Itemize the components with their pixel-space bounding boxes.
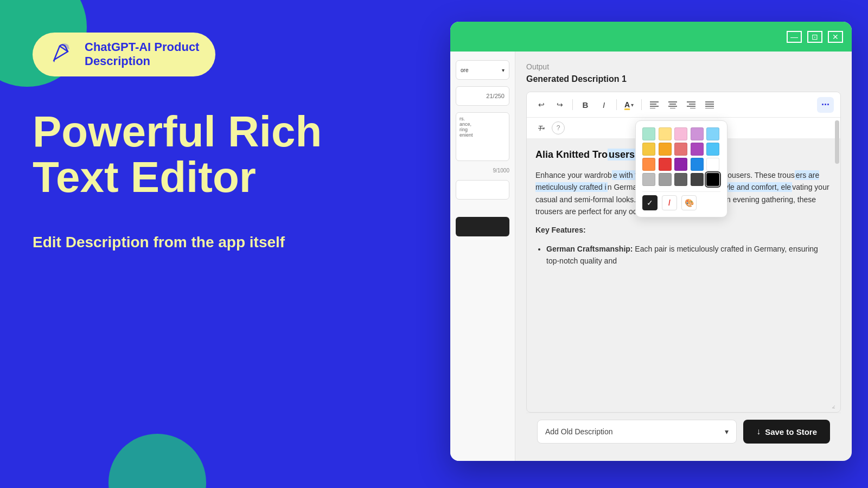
align-left-button[interactable] bbox=[646, 97, 662, 113]
bold-button[interactable]: B bbox=[577, 97, 593, 113]
form-input-field[interactable] bbox=[456, 180, 509, 200]
color-swatch-black[interactable] bbox=[706, 173, 719, 186]
highlighted-text: users bbox=[608, 149, 636, 160]
output-description-title: Generated Description 1 bbox=[526, 74, 841, 84]
color-actions: ✓ / 🎨 bbox=[642, 191, 720, 210]
headline: Powerful Rich Text Editor bbox=[33, 109, 369, 200]
color-swatch-red[interactable] bbox=[659, 158, 672, 171]
output-label: Output bbox=[526, 62, 841, 71]
color-swatch-yellow-light[interactable] bbox=[659, 127, 672, 140]
form-generate-button[interactable] bbox=[456, 217, 509, 236]
dropdown-chevron-icon: ▾ bbox=[725, 427, 729, 436]
color-swatch-gray-light[interactable] bbox=[642, 173, 655, 186]
more-options-button[interactable]: ··· bbox=[817, 97, 834, 113]
logo-text: ChatGPT-AI Product Description bbox=[85, 40, 199, 69]
pencil-icon bbox=[49, 41, 76, 68]
logo-badge: ChatGPT-AI Product Description bbox=[33, 33, 215, 76]
close-icon: ✕ bbox=[832, 33, 839, 41]
rich-text-editor: ↩ ↪ B I A ▾ bbox=[526, 92, 841, 413]
window-titlebar: — ⊡ ✕ bbox=[450, 22, 852, 52]
color-swatch-purple-light[interactable] bbox=[691, 127, 704, 140]
color-swatch-red-light[interactable] bbox=[674, 143, 687, 156]
add-description-label: Add Old Description bbox=[545, 427, 613, 436]
window-minimize-button[interactable]: — bbox=[787, 31, 802, 43]
color-swatch-yellow[interactable] bbox=[642, 143, 655, 156]
color-swatch-pink-light[interactable] bbox=[674, 127, 687, 140]
color-swatch-blue-light[interactable] bbox=[706, 127, 719, 140]
form-dropdown[interactable]: ore ▾ bbox=[456, 60, 509, 80]
toolbar-separator-1 bbox=[572, 99, 573, 110]
color-swatch-blue-dark[interactable] bbox=[691, 158, 704, 171]
align-right-button[interactable] bbox=[683, 97, 699, 113]
window-close-button[interactable]: ✕ bbox=[828, 31, 843, 43]
italic-button[interactable]: I bbox=[596, 97, 612, 113]
form-counter-field: 21/250 bbox=[456, 86, 509, 106]
toolbar-separator-3 bbox=[641, 99, 642, 110]
textarea-counter: 9/1000 bbox=[456, 168, 509, 174]
bg-circle-bottom-left bbox=[108, 434, 206, 488]
form-sidebar: ore ▾ 21/250 rs.ance,ringenient 9/1000 bbox=[450, 52, 515, 461]
editor-features-label: Key Features: bbox=[535, 224, 832, 236]
color-swatch-orange[interactable] bbox=[659, 143, 672, 156]
color-grid bbox=[642, 127, 720, 186]
color-picker-dropdown: ✓ / 🎨 bbox=[635, 120, 727, 217]
highlight-A-icon: A bbox=[624, 100, 630, 109]
clear-format-button[interactable]: Tx bbox=[533, 120, 550, 136]
minimize-icon: — bbox=[790, 33, 798, 41]
help-button[interactable]: ? bbox=[552, 121, 565, 134]
window-maximize-button[interactable]: ⊡ bbox=[807, 31, 822, 43]
save-icon: ↓ bbox=[756, 427, 761, 436]
color-swatch-mint[interactable] bbox=[642, 127, 655, 140]
toolbar-separator-2 bbox=[616, 99, 617, 110]
editor-bottom-bar: Add Old Description ▾ ↓ Save to Store bbox=[526, 413, 841, 450]
color-swatch-purple-dark[interactable] bbox=[674, 158, 687, 171]
editor-toolbar: ↩ ↪ B I A ▾ bbox=[527, 92, 840, 118]
color-swatch-orange-dark[interactable] bbox=[642, 158, 655, 171]
subtext: Edit Description from the app itself bbox=[33, 233, 369, 252]
color-swatch-blue[interactable] bbox=[706, 143, 719, 156]
feature-title: German Craftsmanship: bbox=[546, 245, 633, 253]
editor-scrollbar-track[interactable] bbox=[835, 120, 839, 411]
color-palette-button[interactable]: 🎨 bbox=[681, 195, 697, 210]
color-swatch-gray-dark[interactable] bbox=[674, 173, 687, 186]
undo-button[interactable]: ↩ bbox=[533, 97, 550, 113]
editor-feature-item: German Craftsmanship: Each pair is metic… bbox=[546, 243, 832, 267]
highlight-color-button[interactable]: A ▾ bbox=[621, 97, 637, 113]
save-label: Save to Store bbox=[765, 427, 817, 436]
color-swatch-purple[interactable] bbox=[691, 143, 704, 156]
output-section: Output Generated Description 1 ↩ ↪ B I A… bbox=[515, 52, 852, 461]
color-swatch-white[interactable] bbox=[706, 158, 719, 171]
editor-features-list: German Craftsmanship: Each pair is metic… bbox=[535, 243, 832, 267]
save-to-store-button[interactable]: ↓ Save to Store bbox=[743, 420, 830, 444]
redo-button[interactable]: ↪ bbox=[552, 97, 568, 113]
form-description-area[interactable]: rs.ance,ringenient bbox=[456, 112, 509, 161]
justify-button[interactable] bbox=[701, 97, 718, 113]
align-center-button[interactable] bbox=[665, 97, 681, 113]
chevron-down-icon: ▾ bbox=[631, 102, 634, 108]
left-panel: ChatGPT-AI Product Description Powerful … bbox=[33, 33, 369, 252]
editor-scrollbar-thumb[interactable] bbox=[835, 120, 839, 164]
color-confirm-button[interactable]: ✓ bbox=[642, 195, 658, 210]
color-erase-button[interactable]: / bbox=[662, 195, 677, 210]
chevron-down-icon: ▾ bbox=[502, 67, 505, 73]
color-swatch-dark[interactable] bbox=[691, 173, 704, 186]
color-swatch-gray[interactable] bbox=[659, 173, 672, 186]
maximize-icon: ⊡ bbox=[812, 33, 818, 41]
add-description-dropdown[interactable]: Add Old Description ▾ bbox=[537, 420, 737, 444]
app-window: — ⊡ ✕ ore ▾ 21/250 rs.ance,ringenient 9/… bbox=[450, 22, 852, 461]
window-body: ore ▾ 21/250 rs.ance,ringenient 9/1000 O… bbox=[450, 52, 852, 461]
